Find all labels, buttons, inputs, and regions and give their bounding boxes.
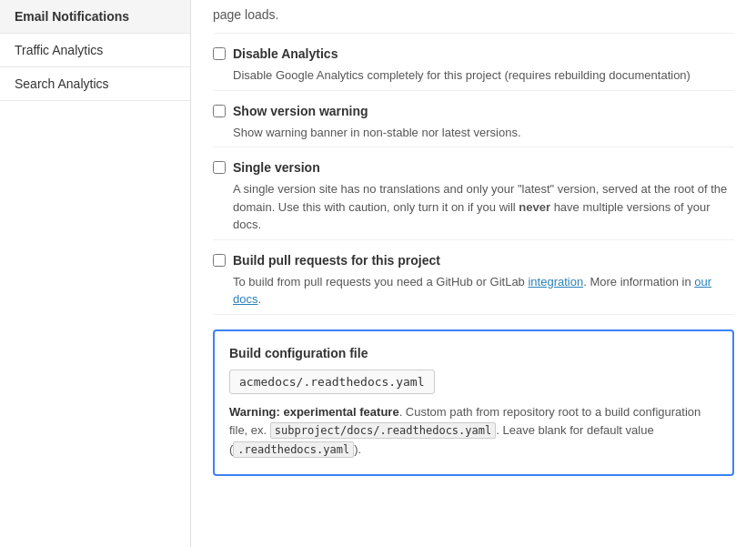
disable-analytics-desc: Disable Google Analytics completely for … — [213, 66, 734, 85]
sidebar: Email Notifications Traffic Analytics Se… — [0, 0, 191, 547]
show-version-warning-title: Show version warning — [233, 104, 368, 118]
option-single-version-label: Single version — [213, 160, 734, 175]
single-version-title: Single version — [233, 160, 320, 175]
single-version-desc: A single version site has no translation… — [213, 180, 734, 234]
sidebar-item-traffic-analytics[interactable]: Traffic Analytics — [0, 34, 190, 67]
option-build-pull-requests: Build pull requests for this project To … — [213, 240, 734, 315]
single-version-never: never — [519, 200, 550, 214]
build-config-box: Build configuration file acmedocs/.readt… — [213, 329, 734, 476]
option-disable-analytics: Disable Analytics Disable Google Analyti… — [213, 34, 734, 91]
option-show-version-warning-label: Show version warning — [213, 104, 734, 118]
option-disable-analytics-label: Disable Analytics — [213, 46, 734, 61]
build-config-example-code: subproject/docs/.readthedocs.yaml — [270, 422, 496, 439]
build-pull-requests-desc: To build from pull requests you need a G… — [213, 273, 734, 309]
option-show-version-warning: Show version warning Show warning banner… — [213, 91, 734, 148]
build-config-warning-label: Warning: experimental feature — [229, 405, 399, 419]
build-config-input-value: acmedocs/.readthedocs.yaml — [229, 370, 435, 394]
build-config-default-code: .readthedocs.yaml — [233, 441, 354, 458]
single-version-checkbox[interactable] — [213, 161, 226, 174]
disable-analytics-checkbox[interactable] — [213, 47, 226, 60]
disable-analytics-title: Disable Analytics — [233, 46, 338, 61]
build-config-description: Warning: experimental feature. Custom pa… — [229, 403, 718, 460]
top-partial-text: page loads. — [213, 0, 734, 34]
option-single-version: Single version A single version site has… — [213, 147, 734, 240]
build-pull-requests-checkbox[interactable] — [213, 254, 226, 267]
main-content: page loads. Disable Analytics Disable Go… — [191, 0, 756, 547]
option-build-pull-requests-label: Build pull requests for this project — [213, 253, 734, 268]
sidebar-item-email-notifications[interactable]: Email Notifications — [0, 0, 190, 34]
sidebar-item-search-analytics[interactable]: Search Analytics — [0, 67, 190, 101]
build-config-title: Build configuration file — [229, 346, 718, 360]
show-version-warning-checkbox[interactable] — [213, 105, 226, 117]
show-version-warning-desc: Show warning banner in non-stable nor la… — [213, 124, 734, 142]
integration-link[interactable]: integration — [528, 275, 583, 289]
build-pull-requests-title: Build pull requests for this project — [233, 253, 440, 268]
